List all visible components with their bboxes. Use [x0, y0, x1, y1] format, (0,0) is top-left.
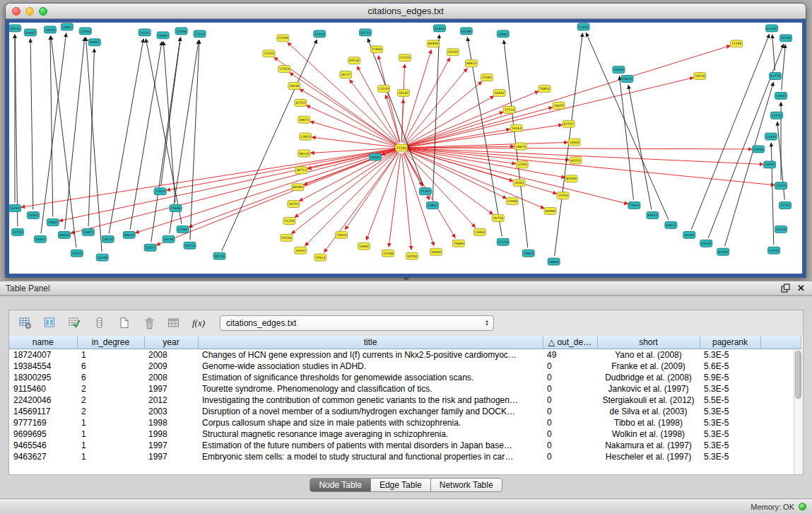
graph-node[interactable]: 42752 [295, 99, 307, 106]
graph-edge[interactable] [59, 149, 396, 221]
graph-node[interactable]: 22426 [314, 30, 326, 37]
graph-node[interactable]: 20727 [144, 244, 156, 251]
graph-node[interactable]: 87518 [348, 57, 360, 64]
graph-node[interactable]: 17554 [278, 66, 290, 73]
graph-node[interactable]: 21854 [577, 23, 589, 30]
graph-edge[interactable] [401, 99, 403, 142]
graph-edge[interactable] [30, 39, 33, 210]
graph-edge[interactable] [402, 153, 411, 250]
graph-node[interactable]: 30528 [213, 252, 225, 259]
graph-node[interactable]: 21069 [177, 226, 189, 233]
graph-node[interactable]: 12534 [771, 112, 783, 119]
function-builder-button[interactable]: f(x) [189, 314, 208, 332]
graph-node[interactable]: 92450 [406, 252, 418, 259]
graph-node[interactable]: 16094 [683, 231, 695, 238]
graph-node[interactable]: 19734 [694, 73, 706, 80]
graph-node[interactable]: 70534 [281, 234, 293, 241]
graph-node[interactable]: 50513 [184, 242, 196, 249]
graph-node[interactable]: 18530 [9, 25, 20, 32]
graph-edge[interactable] [782, 45, 786, 90]
graph-edge[interactable] [15, 35, 18, 226]
graph-node[interactable]: 18375 [553, 102, 565, 109]
graph-node[interactable]: 17240 [396, 144, 408, 151]
graph-node[interactable]: 17154 [194, 30, 206, 37]
graph-node[interactable]: 75689 [452, 240, 464, 247]
column-header[interactable]: pagerank [700, 336, 760, 349]
graph-edge[interactable] [50, 36, 53, 217]
graph-node[interactable]: 74850 [539, 86, 551, 93]
graph-node[interactable]: 98133 [298, 150, 310, 157]
graph-edge[interactable] [345, 153, 398, 230]
graph-edge[interactable] [51, 36, 76, 247]
column-header[interactable]: in_degree [77, 336, 144, 349]
graph-node[interactable]: 16362 [493, 89, 505, 96]
graph-node[interactable]: 18664 [548, 258, 560, 265]
graph-node[interactable]: 20697 [24, 29, 36, 36]
graph-node[interactable]: 85493 [565, 175, 577, 182]
graph-node[interactable]: 19245 [700, 240, 712, 247]
graph-node[interactable]: 18300 [370, 153, 382, 160]
graph-node[interactable]: 19164 [510, 124, 522, 132]
network-canvas[interactable]: 1724022048122431755418039427523067117853… [9, 23, 802, 274]
table-scrollbar[interactable] [794, 349, 803, 474]
graph-node[interactable]: 77714 [503, 106, 515, 113]
graph-node[interactable]: 13220 [378, 86, 390, 93]
graph-node[interactable]: 80090 [292, 184, 304, 191]
graph-node[interactable]: 13861 [426, 202, 438, 209]
graph-node[interactable]: 23610 [336, 231, 348, 238]
graph-node[interactable]: 92774 [770, 73, 782, 80]
graph-node[interactable]: 16162 [398, 89, 410, 96]
graph-node[interactable]: 96913 [465, 60, 477, 67]
graph-node[interactable]: 95586 [460, 28, 472, 35]
graph-edge[interactable] [274, 57, 397, 144]
table-selector[interactable]: citations_edges.txt ▲▼ [220, 315, 494, 331]
tab-network-table[interactable]: Network Table [430, 478, 502, 492]
graph-node[interactable]: 92450 [717, 248, 729, 255]
graph-node[interactable]: 64912 [647, 211, 659, 218]
graph-edge[interactable] [21, 148, 396, 207]
graph-edge[interactable] [161, 37, 181, 186]
table-row[interactable]: 969969511998Structural magnetic resonanc… [9, 428, 801, 440]
graph-node[interactable]: 15582 [481, 74, 493, 81]
graph-node[interactable]: 36711 [295, 167, 307, 174]
graph-edge[interactable] [772, 35, 775, 71]
graph-node[interactable]: 16191 [295, 247, 307, 254]
graph-node[interactable]: 13040 [79, 28, 91, 35]
graph-edge[interactable] [406, 151, 493, 214]
graph-node[interactable]: 17710 [779, 202, 792, 209]
column-header[interactable]: △ out_de… [543, 336, 597, 349]
table-row[interactable]: 1830029562008Estimation of significance … [9, 372, 801, 383]
close-panel-icon[interactable]: ✕ [797, 284, 805, 293]
tab-node-table[interactable]: Node Table [310, 478, 371, 492]
graph-edge[interactable] [404, 153, 455, 238]
graph-node[interactable]: 12254 [399, 54, 411, 62]
graph-node[interactable]: 12160 [516, 161, 528, 168]
table-row[interactable]: 2242004622012Investigating the contribut… [9, 395, 801, 406]
graph-edge[interactable] [691, 34, 770, 230]
graph-edge[interactable] [771, 143, 774, 245]
graph-edge[interactable] [628, 85, 652, 209]
graph-node[interactable]: 13296 [175, 28, 187, 35]
graph-edge[interactable] [166, 148, 396, 190]
graph-node[interactable]: 18530 [44, 26, 56, 33]
graph-node[interactable]: 10599 [780, 35, 792, 42]
graph-node[interactable]: 19862 [61, 23, 73, 30]
graph-edge[interactable] [190, 40, 199, 240]
graph-node[interactable]: 26260 [9, 205, 20, 212]
graph-node[interactable]: 14141 [139, 29, 151, 36]
graph-node[interactable]: 21914 [154, 188, 166, 195]
show-columns-button[interactable] [41, 314, 59, 332]
graph-node[interactable]: 22600 [371, 46, 383, 53]
graph-node[interactable]: 96610 [123, 231, 135, 238]
graph-node[interactable]: 71254 [283, 217, 295, 224]
graph-node[interactable]: 67757 [563, 120, 575, 127]
graph-node[interactable]: 15224 [497, 238, 509, 245]
graph-edge[interactable] [404, 58, 450, 143]
graph-node[interactable]: 75914 [314, 254, 326, 261]
graph-edge[interactable] [305, 152, 398, 246]
graph-node[interactable]: 12010 [775, 182, 787, 189]
graph-node[interactable]: 80996 [544, 208, 556, 215]
table-options-button[interactable] [16, 314, 35, 332]
graph-node[interactable]: 16034 [764, 161, 776, 168]
row-height-button[interactable] [90, 314, 109, 332]
